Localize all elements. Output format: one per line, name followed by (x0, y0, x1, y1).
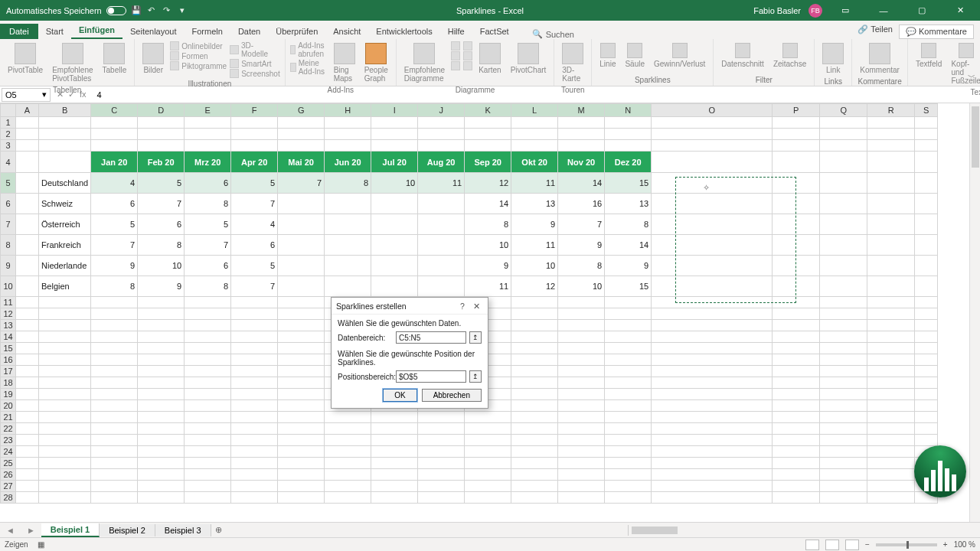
cell-K2[interactable] (465, 129, 511, 140)
zoom-out-icon[interactable]: − (865, 540, 870, 549)
cell-E9[interactable]: 6 (185, 256, 231, 276)
cell-A27[interactable] (16, 481, 39, 492)
cell-C2[interactable] (91, 129, 138, 140)
cell-S1[interactable] (915, 117, 938, 129)
cell-R8[interactable] (867, 235, 915, 256)
cell-F7[interactable]: 4 (231, 214, 278, 235)
cell-I10[interactable] (371, 276, 418, 297)
cell-E23[interactable] (185, 435, 231, 446)
cell-M28[interactable] (558, 492, 605, 504)
col-header-I[interactable]: I (371, 104, 418, 117)
cell-C8[interactable]: 7 (91, 235, 138, 256)
col-header-D[interactable]: D (138, 104, 185, 117)
cell-C4[interactable]: Jan 20 (91, 152, 138, 173)
get-addins-button[interactable]: Add-Ins abrufen (290, 41, 328, 58)
cell-H25[interactable] (325, 458, 371, 469)
cell-O18[interactable] (652, 377, 773, 389)
row-header-10[interactable]: 10 (1, 276, 16, 297)
cell-H1[interactable] (325, 117, 371, 129)
cell-R16[interactable] (867, 354, 915, 366)
cell-G14[interactable] (278, 331, 325, 343)
cell-E26[interactable] (185, 469, 231, 481)
row-header-17[interactable]: 17 (1, 366, 16, 377)
cell-C27[interactable] (91, 481, 138, 492)
cell-R20[interactable] (867, 400, 915, 412)
cell-G26[interactable] (278, 469, 325, 481)
sheet-tab-2[interactable]: Beispiel 2 (100, 524, 155, 536)
cell-E8[interactable]: 7 (185, 235, 231, 256)
timeline-button[interactable]: Zeitachse (770, 41, 809, 70)
cell-B19[interactable] (39, 389, 91, 400)
cell-D19[interactable] (138, 389, 185, 400)
col-header-Q[interactable]: Q (820, 104, 867, 117)
cell-L20[interactable] (511, 400, 558, 412)
cell-L28[interactable] (511, 492, 558, 504)
cell-M1[interactable] (558, 117, 605, 129)
col-header-L[interactable]: L (511, 104, 558, 117)
cell-L4[interactable]: Okt 20 (511, 152, 558, 173)
cell-F15[interactable] (231, 343, 278, 354)
col-header-N[interactable]: N (605, 104, 652, 117)
cell-E16[interactable] (185, 354, 231, 366)
cell-M11[interactable] (558, 297, 605, 308)
cell-A26[interactable] (16, 469, 39, 481)
cell-M24[interactable] (558, 446, 605, 458)
cell-M23[interactable] (558, 435, 605, 446)
cell-E13[interactable] (185, 320, 231, 331)
autosave-toggle[interactable]: Automatisches Speichern (6, 6, 126, 15)
cell-S4[interactable] (915, 152, 938, 173)
cell-E17[interactable] (185, 366, 231, 377)
cell-D7[interactable]: 6 (138, 214, 185, 235)
cell-A1[interactable] (16, 117, 39, 129)
cell-P24[interactable] (773, 446, 820, 458)
cell-G5[interactable]: 7 (278, 173, 325, 194)
cell-P14[interactable] (773, 331, 820, 343)
cell-G15[interactable] (278, 343, 325, 354)
cell-R13[interactable] (867, 320, 915, 331)
cell-Q8[interactable] (820, 235, 867, 256)
cell-C6[interactable]: 6 (91, 194, 138, 214)
cell-A23[interactable] (16, 435, 39, 446)
cell-E20[interactable] (185, 400, 231, 412)
cell-Q17[interactable] (820, 366, 867, 377)
cell-I26[interactable] (371, 469, 418, 481)
cell-P17[interactable] (773, 366, 820, 377)
normal-view-button[interactable] (805, 540, 819, 550)
cell-R2[interactable] (867, 129, 915, 140)
col-header-H[interactable]: H (325, 104, 371, 117)
cell-S22[interactable] (915, 423, 938, 435)
cell-M4[interactable]: Nov 20 (558, 152, 605, 173)
maps-button[interactable]: Karten (475, 41, 504, 76)
cell-N5[interactable]: 15 (605, 173, 652, 194)
cell-N7[interactable]: 8 (605, 214, 652, 235)
cell-J28[interactable] (418, 492, 465, 504)
cell-F1[interactable] (231, 117, 278, 129)
cell-I25[interactable] (371, 458, 418, 469)
cell-F19[interactable] (231, 389, 278, 400)
cell-P21[interactable] (773, 412, 820, 423)
chart-type-5[interactable] (463, 51, 472, 60)
col-header-F[interactable]: F (231, 104, 278, 117)
cell-M14[interactable] (558, 331, 605, 343)
ribbon-options-icon[interactable]: ▭ (830, 0, 861, 21)
cell-A8[interactable] (16, 235, 39, 256)
cell-J23[interactable] (418, 435, 465, 446)
cell-D5[interactable]: 5 (138, 173, 185, 194)
cell-G21[interactable] (278, 412, 325, 423)
cell-C7[interactable]: 5 (91, 214, 138, 235)
cell-P27[interactable] (773, 481, 820, 492)
cell-F16[interactable] (231, 354, 278, 366)
cell-P6[interactable] (773, 194, 820, 214)
cell-C13[interactable] (91, 320, 138, 331)
cell-M15[interactable] (558, 343, 605, 354)
cell-H6[interactable] (325, 194, 371, 214)
cell-R18[interactable] (867, 377, 915, 389)
zoom-level[interactable]: 100 % (954, 540, 975, 549)
cell-J26[interactable] (418, 469, 465, 481)
cell-M13[interactable] (558, 320, 605, 331)
cell-P19[interactable] (773, 389, 820, 400)
cell-N16[interactable] (605, 354, 652, 366)
row-header-11[interactable]: 11 (1, 297, 16, 308)
cell-B16[interactable] (39, 354, 91, 366)
cell-P22[interactable] (773, 423, 820, 435)
